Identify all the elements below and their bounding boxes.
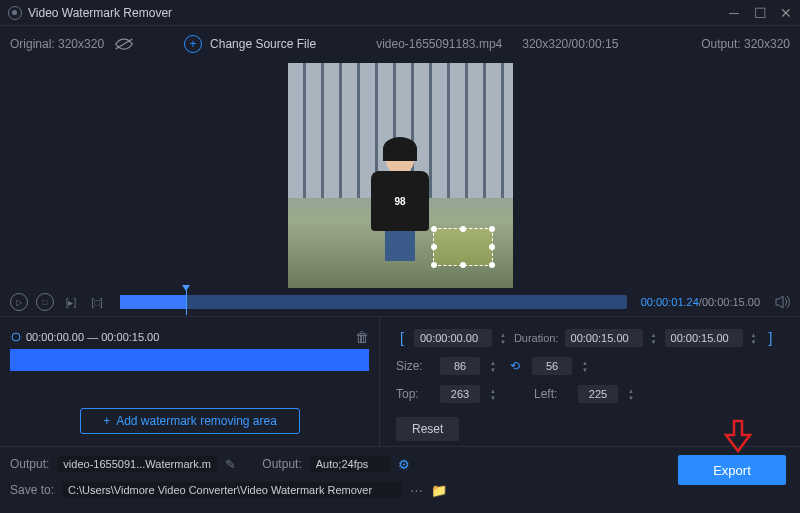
output-file-label: Output:: [10, 457, 49, 471]
bottom-bar: Output: ✎ Output: ⚙ Save to: ⋯ 📁 Export: [0, 446, 800, 502]
save-path-input[interactable]: [62, 482, 402, 498]
source-fileinfo: 320x320/00:00:15: [522, 37, 618, 51]
mark-out-button[interactable]: [□]: [88, 295, 106, 309]
left-up-icon[interactable]: ▲: [626, 388, 636, 394]
duration-input[interactable]: [565, 329, 643, 347]
more-options-icon[interactable]: ⋯: [410, 483, 423, 498]
settings-icon[interactable]: ⚙: [398, 457, 410, 472]
app-title: Video Watermark Remover: [28, 6, 728, 20]
link-aspect-icon[interactable]: ⟲: [510, 359, 520, 373]
clips-panel: 00:00:00.00 — 00:00:15.00 🗑 + Add waterm…: [0, 317, 380, 446]
start-up-icon[interactable]: ▲: [498, 332, 508, 338]
properties-panel: [ ▲▼ Duration: ▲▼ ▲▼ ] Size: ▲▼ ⟲ ▲▼ Top…: [380, 317, 800, 446]
open-folder-icon[interactable]: 📁: [431, 483, 447, 498]
end-up-icon[interactable]: ▲: [749, 332, 759, 338]
seek-bar[interactable]: [120, 295, 627, 309]
top-input[interactable]: [440, 385, 480, 403]
output-size-label: Output: 320x320: [701, 37, 790, 51]
total-time: /00:00:15.00: [699, 296, 760, 308]
watermark-selection[interactable]: [433, 228, 493, 266]
preview-toggle-icon[interactable]: [114, 37, 134, 51]
original-size-label: Original: 320x320: [10, 37, 104, 51]
minimize-icon[interactable]: ─: [728, 7, 740, 19]
source-filename: video-1655091183.mp4: [376, 37, 502, 51]
play-button[interactable]: ▷: [10, 293, 28, 311]
top-label: Top:: [396, 387, 432, 401]
range-end-bracket[interactable]: ]: [765, 330, 777, 346]
export-button[interactable]: Export: [678, 455, 786, 485]
clip-marker-icon: [10, 331, 22, 343]
svg-point-0: [12, 333, 20, 341]
width-input[interactable]: [440, 357, 480, 375]
w-up-icon[interactable]: ▲: [488, 360, 498, 366]
start-time-input[interactable]: [414, 329, 492, 347]
reset-button[interactable]: Reset: [396, 417, 459, 441]
output-format-input[interactable]: [310, 456, 390, 472]
left-input[interactable]: [578, 385, 618, 403]
dur-down-icon[interactable]: ▼: [649, 339, 659, 345]
h-up-icon[interactable]: ▲: [580, 360, 590, 366]
add-watermark-area-button[interactable]: + Add watermark removing area: [80, 408, 300, 434]
top-down-icon[interactable]: ▼: [488, 395, 498, 401]
left-down-icon[interactable]: ▼: [626, 395, 636, 401]
add-source-icon[interactable]: +: [184, 35, 202, 53]
volume-icon[interactable]: [774, 295, 790, 309]
output-format-label: Output:: [262, 457, 301, 471]
size-label: Size:: [396, 359, 432, 373]
maximize-icon[interactable]: ☐: [754, 7, 766, 19]
playback-controls: ▷ □ [▸] [□] 00:00:01.24/00:00:15.00: [0, 288, 800, 316]
delete-clip-icon[interactable]: 🗑: [355, 329, 369, 345]
playhead-icon[interactable]: [186, 289, 187, 315]
save-to-label: Save to:: [10, 483, 54, 497]
start-down-icon[interactable]: ▼: [498, 339, 508, 345]
w-down-icon[interactable]: ▼: [488, 367, 498, 373]
current-time: 00:00:01.24: [641, 296, 699, 308]
titlebar: Video Watermark Remover ─ ☐ ✕: [0, 0, 800, 26]
stop-button[interactable]: □: [36, 293, 54, 311]
app-logo-icon: [8, 6, 22, 20]
clip-range: 00:00:00.00 — 00:00:15.00: [26, 331, 159, 343]
video-frame: [288, 63, 513, 288]
change-source-button[interactable]: Change Source File: [210, 37, 316, 51]
edit-filename-icon[interactable]: ✎: [225, 457, 236, 472]
duration-label: Duration:: [514, 332, 559, 344]
height-input[interactable]: [532, 357, 572, 375]
plus-icon: +: [103, 414, 110, 428]
mark-in-button[interactable]: [▸]: [62, 295, 80, 309]
info-row: Original: 320x320 + Change Source File v…: [0, 26, 800, 62]
end-time-input[interactable]: [665, 329, 743, 347]
left-label: Left:: [534, 387, 570, 401]
end-down-icon[interactable]: ▼: [749, 339, 759, 345]
range-start-bracket[interactable]: [: [396, 330, 408, 346]
video-preview[interactable]: [0, 62, 800, 288]
h-down-icon[interactable]: ▼: [580, 367, 590, 373]
output-filename-input[interactable]: [57, 456, 217, 472]
time-display: 00:00:01.24/00:00:15.00: [641, 296, 760, 308]
clip-timeline[interactable]: [10, 349, 369, 371]
top-up-icon[interactable]: ▲: [488, 388, 498, 394]
dur-up-icon[interactable]: ▲: [649, 332, 659, 338]
close-icon[interactable]: ✕: [780, 7, 792, 19]
